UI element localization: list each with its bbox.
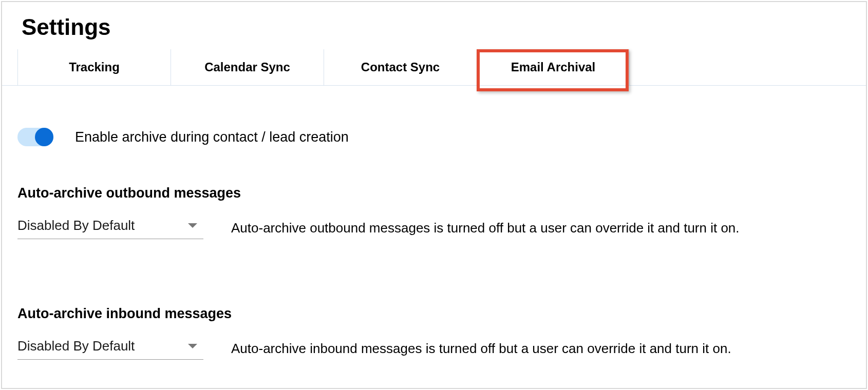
chevron-down-icon [188, 223, 197, 228]
inbound-description: Auto-archive inbound messages is turned … [219, 341, 851, 357]
outbound-heading: Auto-archive outbound messages [17, 185, 851, 201]
tab-tracking[interactable]: Tracking [17, 49, 171, 85]
tab-label: Email Archival [511, 60, 596, 74]
outbound-select-value: Disabled By Default [17, 218, 135, 233]
tab-label: Tracking [69, 60, 120, 74]
inbound-select-value: Disabled By Default [17, 338, 135, 354]
enable-archive-label: Enable archive during contact / lead cre… [75, 129, 349, 145]
tab-label: Contact Sync [361, 60, 440, 74]
tabs-row: Tracking Calendar Sync Contact Sync Emai… [2, 49, 866, 86]
outbound-select-row: Disabled By Default Auto-archive outboun… [17, 217, 851, 239]
tab-contact-sync[interactable]: Contact Sync [324, 49, 477, 85]
outbound-section: Auto-archive outbound messages Disabled … [17, 185, 851, 239]
inbound-heading: Auto-archive inbound messages [17, 306, 851, 322]
tab-calendar-sync[interactable]: Calendar Sync [171, 49, 324, 85]
enable-archive-toggle[interactable] [17, 128, 53, 146]
page-title: Settings [2, 2, 866, 49]
inbound-select-row: Disabled By Default Auto-archive inbound… [17, 337, 851, 360]
inbound-section: Auto-archive inbound messages Disabled B… [17, 306, 851, 360]
toggle-knob [35, 128, 53, 146]
outbound-description: Auto-archive outbound messages is turned… [219, 220, 851, 236]
chevron-down-icon [188, 344, 197, 348]
inbound-select[interactable]: Disabled By Default [17, 337, 203, 360]
content-area: Enable archive during contact / lead cre… [2, 86, 866, 360]
settings-panel: Settings Tracking Calendar Sync Contact … [1, 1, 867, 389]
tab-email-archival[interactable]: Email Archival [477, 49, 630, 85]
tab-label: Calendar Sync [204, 60, 290, 74]
enable-archive-row: Enable archive during contact / lead cre… [17, 128, 851, 146]
outbound-select[interactable]: Disabled By Default [17, 217, 203, 239]
